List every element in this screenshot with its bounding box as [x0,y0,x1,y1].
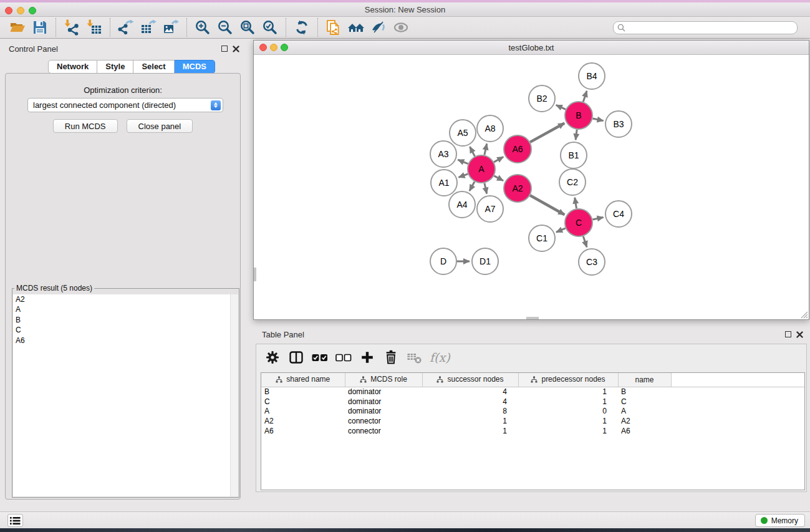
run-mcds-button[interactable]: Run MCDS [53,119,118,133]
edge-B-B2[interactable] [556,105,566,109]
zoom-out-icon[interactable] [214,18,236,37]
edge-C-C3[interactable] [583,236,587,247]
node-B4[interactable]: B4 [579,63,605,89]
node-B[interactable]: B [565,102,592,129]
edge-A-A5[interactable] [470,147,475,156]
criterion-select[interactable]: largest connected component (directed) [27,98,223,112]
cell[interactable]: A [261,406,345,416]
apply-layout-icon[interactable] [291,18,313,37]
duplicate-network-icon[interactable] [322,18,345,37]
tab-select[interactable]: Select [133,60,174,74]
tab-style[interactable]: Style [97,60,133,74]
network-canvas[interactable]: B4B2BB3A8A5A6A3B1AA1C2A2A4A7C4CC1C3DD1 [254,55,809,319]
toggle-panel-split-icon[interactable] [286,347,306,367]
import-table-icon[interactable] [83,18,105,37]
export-network-icon[interactable] [115,18,137,37]
cell[interactable]: 1 [422,416,518,426]
cell[interactable]: 1 [518,387,618,397]
table-row-C[interactable]: Cdominator41C [261,397,804,407]
cell[interactable]: A2 [261,416,345,426]
table-row-A[interactable]: Adominator80A [261,406,804,416]
node-B1[interactable]: B1 [561,142,587,168]
mcds-result-item[interactable]: A2 [13,294,238,304]
cell[interactable]: 1 [518,426,618,436]
show-columns-icon[interactable] [310,347,330,367]
cell[interactable]: connector [345,426,422,436]
cell[interactable]: 1 [518,397,618,407]
column-header-mcds-role[interactable]: MCDS role [345,373,422,387]
edge-A-A6[interactable] [494,157,503,162]
column-header-predecessor-nodes[interactable]: predecessor nodes [518,373,618,387]
cell[interactable]: connector [345,416,422,426]
edge-A-A8[interactable] [485,143,487,155]
node-C4[interactable]: C4 [605,201,632,227]
export-table-icon[interactable] [137,18,160,37]
cell[interactable]: dominator [345,406,422,416]
cell[interactable]: 8 [422,406,518,416]
edge-C-C4[interactable] [592,217,603,220]
cell[interactable]: A6 [618,426,671,436]
cell[interactable]: B [261,387,345,397]
search-input[interactable] [613,21,798,34]
node-B3[interactable]: B3 [605,111,632,137]
cell[interactable]: 0 [518,406,618,416]
close-panel-icon[interactable] [233,46,239,52]
column-header-shared-name[interactable]: shared name [261,373,345,387]
node-C2[interactable]: C2 [559,169,586,195]
edge-A-A2[interactable] [494,176,503,181]
graphics-details-icon[interactable] [367,18,390,37]
tab-mcds[interactable]: MCDS [175,60,215,74]
memory-button[interactable]: Memory [755,514,805,527]
cell[interactable]: A [618,406,671,416]
node-D1[interactable]: D1 [472,248,498,274]
node-A7[interactable]: A7 [477,196,503,222]
cell[interactable]: A6 [261,426,345,436]
table-row-B[interactable]: Bdominator41B [261,387,804,397]
edge-A2-C[interactable] [530,195,564,215]
table-settings-icon[interactable] [263,347,282,367]
export-image-icon[interactable] [160,18,182,37]
mcds-result-item[interactable]: A [13,304,238,314]
column-header-name[interactable]: name [618,373,671,387]
mcds-result-item[interactable]: C [13,325,238,335]
node-A3[interactable]: A3 [430,141,456,167]
mcds-result-item[interactable]: B [13,315,238,325]
zoom-in-icon[interactable] [191,18,214,37]
network-window-titlebar[interactable]: testGlobe.txt [254,41,809,55]
window-resize-grip[interactable] [800,311,808,319]
delete-table-icon[interactable] [405,347,425,367]
cell[interactable]: 4 [422,397,518,407]
zoom-selected-icon[interactable] [259,18,281,37]
edge-A6-B[interactable] [530,123,564,142]
close-table-panel-icon[interactable] [796,331,803,338]
save-session-icon[interactable] [29,18,51,37]
table-row-A2[interactable]: A2connector11A2 [261,416,804,426]
cell[interactable]: B [618,387,671,397]
cell[interactable]: 1 [518,416,618,426]
cell[interactable]: C [261,397,345,407]
import-network-icon[interactable] [60,18,83,37]
edge-A-A1[interactable] [458,174,468,177]
zoom-fit-icon[interactable] [236,18,259,37]
edge-C-C2[interactable] [575,198,577,209]
node-C1[interactable]: C1 [529,225,555,251]
cell[interactable]: 1 [422,426,518,436]
delete-columns-icon[interactable] [381,347,401,367]
edge-B-B3[interactable] [592,118,603,121]
cell[interactable]: dominator [345,397,422,407]
close-panel-button[interactable]: Close panel [127,119,193,133]
float-panel-icon[interactable] [221,46,228,52]
node-A2[interactable]: A2 [504,175,531,202]
node-D[interactable]: D [430,248,456,274]
cell[interactable]: C [618,397,671,407]
edge-A-A3[interactable] [458,160,468,163]
network-horizontal-scrollbar[interactable] [526,317,539,319]
create-column-icon[interactable] [357,347,377,367]
network-vertical-scrollbar[interactable] [254,268,256,281]
tab-network[interactable]: Network [48,60,97,74]
cell[interactable]: A2 [618,416,671,426]
cell[interactable]: dominator [345,387,422,397]
node-A5[interactable]: A5 [450,120,476,146]
node-C[interactable]: C [565,209,592,236]
show-all-networks-icon[interactable] [345,18,367,37]
